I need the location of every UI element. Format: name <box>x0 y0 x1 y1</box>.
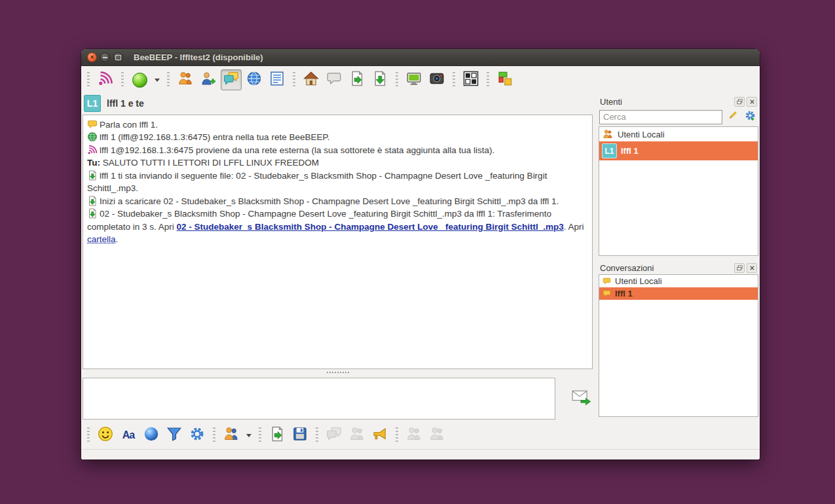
toolbar-handle[interactable] <box>396 427 398 443</box>
color-ball-icon <box>143 426 159 444</box>
users-settings-button[interactable] <box>743 109 758 124</box>
chat-bubble-icon <box>602 277 612 285</box>
conversation-row-selected[interactable]: lffl 1 <box>599 287 758 300</box>
toolbar-handle[interactable] <box>87 427 90 443</box>
add-group-member-button[interactable] <box>403 425 424 446</box>
toolbar-handle[interactable] <box>316 427 318 443</box>
file-send-icon <box>349 71 365 89</box>
font-color-button[interactable] <box>141 425 162 446</box>
pencil-icon <box>727 110 738 124</box>
beep-icon <box>98 71 113 89</box>
font-icon: Aa <box>122 429 134 441</box>
edit-status-button[interactable] <box>725 109 740 124</box>
user-row-selected[interactable]: L1 lffl 1 <box>599 141 758 160</box>
log-list-icon <box>269 71 285 89</box>
group-dropdown-button[interactable] <box>244 426 253 444</box>
users-gray-icon <box>429 426 445 444</box>
users-panel-close-button[interactable] <box>747 97 757 107</box>
beep-icon <box>87 145 98 154</box>
screenshot-button[interactable] <box>403 69 424 90</box>
ubuntu-desktop: BeeBEEP - lffltest2 (disponibile) <box>0 0 835 504</box>
chat-history-button[interactable] <box>289 425 310 446</box>
filter-button[interactable] <box>164 425 185 446</box>
camera-record-icon <box>429 71 445 89</box>
add-user-button[interactable] <box>198 69 219 90</box>
save-chat-button[interactable] <box>267 425 288 446</box>
toolbar-handle[interactable] <box>87 72 90 88</box>
send-message-button[interactable] <box>570 387 593 410</box>
open-folder-link[interactable]: cartella <box>87 234 116 244</box>
send-file-button[interactable] <box>346 69 367 90</box>
home-icon <box>303 71 319 89</box>
message-input[interactable] <box>83 378 555 420</box>
user-avatar: L1 <box>602 143 617 158</box>
users-gray-icon <box>349 426 365 444</box>
beep-button[interactable] <box>95 69 116 90</box>
window-close-button[interactable] <box>87 52 97 62</box>
users-icon <box>177 71 193 89</box>
toolbar-handle[interactable] <box>487 72 489 88</box>
download-folder-button[interactable] <box>369 69 390 90</box>
toolbar-handle[interactable] <box>453 72 455 88</box>
font-button[interactable]: Aa <box>118 425 139 446</box>
float-window-icon <box>737 262 743 274</box>
users-search-input[interactable] <box>599 110 722 124</box>
record-button[interactable] <box>426 69 447 90</box>
log-toolbar-button[interactable] <box>267 69 288 90</box>
window-minimize-button[interactable] <box>100 52 110 62</box>
broadcast-message-button[interactable] <box>324 69 344 90</box>
window-titlebar[interactable]: BeeBEEP - lffltest2 (disponibile) <box>81 49 760 66</box>
clear-chat-button[interactable] <box>324 425 344 446</box>
grid-code-icon <box>463 71 479 89</box>
chat-bubble-icon <box>602 289 612 298</box>
conversations-list: Utenti Locali lffl 1 <box>599 274 758 417</box>
message-text: . Apri <box>564 222 584 232</box>
remove-group-member-button[interactable] <box>426 425 447 446</box>
users-panel-float-button[interactable] <box>734 97 745 107</box>
chat-splitter[interactable] <box>83 369 593 376</box>
conversation-row[interactable]: Utenti Locali <box>599 275 758 287</box>
file-export-icon <box>269 426 285 444</box>
users-search-row <box>598 108 759 126</box>
conversations-panel-float-button[interactable] <box>734 263 745 273</box>
buzz-button[interactable] <box>369 425 390 446</box>
user-label: lffl 1 <box>621 146 639 156</box>
toolbar-handle[interactable] <box>396 72 398 88</box>
status-button[interactable] <box>129 69 150 90</box>
gear-blue-icon <box>745 110 756 124</box>
chat-toolbar-button[interactable] <box>221 69 242 90</box>
network-toolbar-button[interactable] <box>244 69 265 90</box>
toolbar-handle[interactable] <box>167 72 170 88</box>
toolbar-handle[interactable] <box>121 72 124 88</box>
message-text: lffl 1 (lffl@192.168.1.3:6475) entra nel… <box>100 132 329 142</box>
window-title: BeeBEEP - lffltest2 (disponibile) <box>134 52 263 62</box>
leave-chat-button[interactable] <box>346 425 367 446</box>
close-icon <box>749 96 755 107</box>
notebook-icon <box>292 426 308 444</box>
window-maximize-button[interactable] <box>113 52 123 62</box>
conversation-label: Utenti Locali <box>615 276 662 286</box>
toolbar-handle[interactable] <box>213 427 215 443</box>
users-panel-titlebar: Utenti <box>598 95 759 108</box>
toolbar-handle[interactable] <box>259 427 261 443</box>
message-text: Inizi a scaricare 02 - Studebaker_s Blac… <box>100 196 559 206</box>
user-group-row[interactable]: Utenti Locali <box>599 127 758 141</box>
conversations-panel-close-button[interactable] <box>747 263 757 273</box>
chevron-down-icon <box>246 434 251 437</box>
users-toolbar-button[interactable] <box>175 69 196 90</box>
conversation-label: lffl 1 <box>615 289 633 298</box>
status-dropdown-button[interactable] <box>152 71 162 89</box>
toolbar-handle[interactable] <box>293 72 295 88</box>
open-file-link[interactable]: 02 - Studebaker_s Blacksmith Shop - Cham… <box>177 222 564 232</box>
chat-message: lffl 1 ti sta inviando il seguente file:… <box>87 170 588 195</box>
chat-settings-button[interactable] <box>187 425 208 446</box>
code-grid-button[interactable] <box>460 69 481 90</box>
home-button[interactable] <box>301 69 322 90</box>
emoticon-button[interactable] <box>95 425 116 446</box>
chat-bubble-icon <box>87 119 98 129</box>
chat-balloons-icon <box>326 426 342 444</box>
group-members-button[interactable] <box>221 425 242 446</box>
chat-pane: L1 lffl 1 e te Parla con lffl 1. lffl 1 … <box>81 94 598 449</box>
message-text: lffl 1 ti sta inviando il seguente file:… <box>87 171 547 193</box>
plugins-button[interactable] <box>494 69 515 90</box>
